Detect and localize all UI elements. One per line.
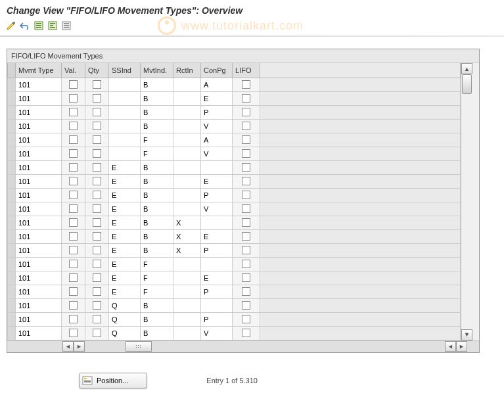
- cell-ssind[interactable]: [109, 105, 141, 119]
- checkbox-icon[interactable]: [93, 163, 101, 172]
- table-row[interactable]: 101EFE: [8, 271, 461, 285]
- row-handle[interactable]: [8, 298, 16, 312]
- checkbox-icon[interactable]: [93, 232, 101, 241]
- row-handle[interactable]: [8, 174, 16, 188]
- cell-ssind[interactable]: [109, 78, 141, 91]
- cell-lifo[interactable]: [233, 271, 260, 285]
- cell-val[interactable]: [62, 257, 85, 271]
- checkbox-icon[interactable]: [93, 191, 101, 199]
- cell-mvtind[interactable]: B: [141, 326, 173, 340]
- cell-qty[interactable]: [85, 160, 109, 174]
- checkbox-icon[interactable]: [242, 287, 250, 296]
- cell-rctin[interactable]: [173, 147, 201, 160]
- col-val[interactable]: Val.: [62, 63, 85, 78]
- table-row[interactable]: 101QB: [8, 298, 461, 312]
- cell-mvmt[interactable]: 101: [16, 78, 62, 91]
- cell-val[interactable]: [62, 174, 85, 188]
- cell-qty[interactable]: [85, 188, 109, 202]
- checkbox-icon[interactable]: [69, 80, 78, 89]
- checkbox-icon[interactable]: [69, 191, 78, 199]
- checkbox-icon[interactable]: [93, 122, 101, 130]
- checkbox-icon[interactable]: [242, 273, 250, 282]
- cell-val[interactable]: [62, 312, 85, 326]
- cell-rctin[interactable]: X: [173, 243, 201, 257]
- row-handle[interactable]: [8, 229, 16, 243]
- col-ssind[interactable]: SSInd: [109, 63, 141, 78]
- checkbox-icon[interactable]: [93, 301, 101, 310]
- checkbox-icon[interactable]: [242, 80, 250, 89]
- cell-rctin[interactable]: X: [173, 229, 201, 243]
- cell-mvmt[interactable]: 101: [16, 285, 62, 298]
- cell-qty[interactable]: [85, 91, 109, 105]
- position-button[interactable]: Position...: [79, 373, 147, 388]
- cell-val[interactable]: [62, 202, 85, 216]
- cell-val[interactable]: [62, 326, 85, 340]
- checkbox-icon[interactable]: [242, 232, 250, 241]
- cell-lifo[interactable]: [233, 326, 260, 340]
- cell-ssind[interactable]: E: [109, 174, 141, 188]
- checkbox-icon[interactable]: [69, 122, 78, 130]
- cell-rctin[interactable]: [173, 188, 201, 202]
- cell-ssind[interactable]: Q: [109, 326, 141, 340]
- table-row[interactable]: 101EBX: [8, 216, 461, 229]
- cell-lifo[interactable]: [233, 174, 260, 188]
- checkbox-icon[interactable]: [242, 260, 250, 268]
- row-handle[interactable]: [8, 133, 16, 147]
- table-row[interactable]: 101EBV: [8, 202, 461, 216]
- cell-qty[interactable]: [85, 105, 109, 119]
- cell-mvtind[interactable]: B: [141, 91, 173, 105]
- cell-conpg[interactable]: P: [201, 105, 233, 119]
- col-qty[interactable]: Qty: [85, 63, 109, 78]
- cell-qty[interactable]: [85, 174, 109, 188]
- checkbox-icon[interactable]: [93, 94, 101, 103]
- cell-mvmt[interactable]: 101: [16, 243, 62, 257]
- cell-val[interactable]: [62, 271, 85, 285]
- cell-conpg[interactable]: [201, 298, 233, 312]
- row-handle[interactable]: [8, 119, 16, 133]
- cell-conpg[interactable]: A: [201, 133, 233, 147]
- cell-qty[interactable]: [85, 298, 109, 312]
- checkbox-icon[interactable]: [242, 204, 250, 213]
- checkbox-icon[interactable]: [69, 301, 78, 310]
- undo-icon[interactable]: [19, 20, 31, 32]
- cell-mvmt[interactable]: 101: [16, 298, 62, 312]
- cell-rctin[interactable]: [173, 105, 201, 119]
- checkbox-icon[interactable]: [69, 163, 78, 172]
- cell-conpg[interactable]: P: [201, 285, 233, 298]
- table-row[interactable]: 101QBV: [8, 326, 461, 340]
- cell-rctin[interactable]: [173, 312, 201, 326]
- cell-val[interactable]: [62, 188, 85, 202]
- cell-qty[interactable]: [85, 229, 109, 243]
- cell-val[interactable]: [62, 119, 85, 133]
- cell-lifo[interactable]: [233, 229, 260, 243]
- checkbox-icon[interactable]: [93, 135, 101, 144]
- checkbox-icon[interactable]: [242, 108, 250, 116]
- row-handle[interactable]: [8, 216, 16, 229]
- cell-mvmt[interactable]: 101: [16, 216, 62, 229]
- cell-ssind[interactable]: Q: [109, 312, 141, 326]
- cell-rctin[interactable]: [173, 285, 201, 298]
- cell-mvmt[interactable]: 101: [16, 91, 62, 105]
- cell-mvtind[interactable]: B: [141, 119, 173, 133]
- hscroll-left-2-icon[interactable]: ◄: [445, 341, 456, 352]
- cell-mvmt[interactable]: 101: [16, 174, 62, 188]
- table-row[interactable]: 101EBXE: [8, 229, 461, 243]
- cell-lifo[interactable]: [233, 202, 260, 216]
- checkbox-icon[interactable]: [69, 135, 78, 144]
- cell-qty[interactable]: [85, 78, 109, 91]
- cell-lifo[interactable]: [233, 188, 260, 202]
- cell-mvtind[interactable]: F: [141, 271, 173, 285]
- cell-lifo[interactable]: [233, 243, 260, 257]
- checkbox-icon[interactable]: [93, 218, 101, 227]
- cell-qty[interactable]: [85, 257, 109, 271]
- checkbox-icon[interactable]: [93, 80, 101, 89]
- cell-val[interactable]: [62, 229, 85, 243]
- checkbox-icon[interactable]: [69, 204, 78, 213]
- checkbox-icon[interactable]: [69, 287, 78, 296]
- cell-mvtind[interactable]: F: [141, 257, 173, 271]
- checkbox-icon[interactable]: [242, 246, 250, 254]
- table-row[interactable]: 101EBE: [8, 174, 461, 188]
- cell-mvtind[interactable]: F: [141, 147, 173, 160]
- checkbox-icon[interactable]: [93, 204, 101, 213]
- cell-conpg[interactable]: A: [201, 78, 233, 91]
